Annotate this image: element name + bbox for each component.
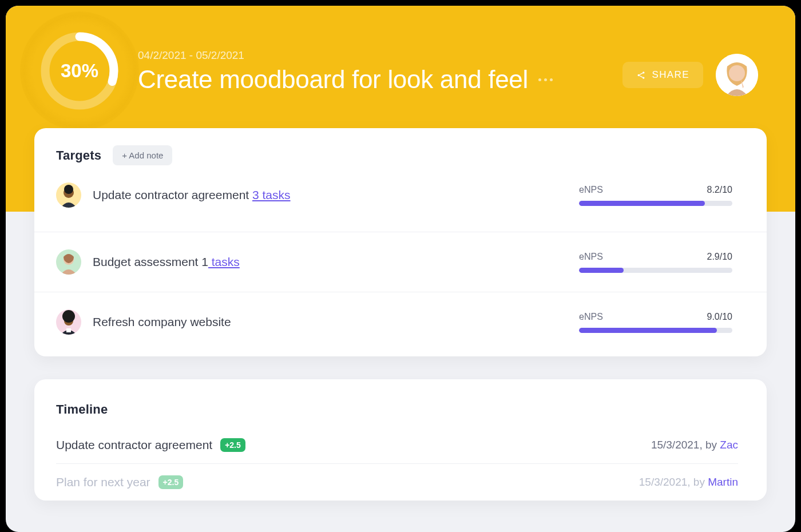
assignee-avatar bbox=[56, 249, 81, 275]
svg-rect-14 bbox=[66, 328, 71, 332]
timeline-row[interactable]: Update contractor agreement +2.5 15/3/20… bbox=[56, 426, 738, 463]
title-row: Create moodboard for look and feel bbox=[138, 65, 622, 94]
target-row[interactable]: Budget assessment 1 tasks eNPS 2.9/10 bbox=[34, 232, 767, 292]
metric-label: eNPS bbox=[579, 185, 603, 195]
metric-value: 9.0/10 bbox=[707, 312, 732, 322]
header: 30% 04/2/2021 - 05/2/2021 Create moodboa… bbox=[6, 6, 795, 113]
timeline-label: Update contractor agreement +2.5 bbox=[56, 438, 651, 452]
add-note-button[interactable]: + Add note bbox=[113, 145, 172, 165]
target-label: Budget assessment 1 tasks bbox=[93, 255, 579, 269]
avatar-image bbox=[56, 249, 81, 275]
metric-value: 8.2/10 bbox=[707, 185, 732, 195]
metric-progress-bar bbox=[579, 268, 732, 273]
timeline-header: Timeline bbox=[56, 402, 738, 417]
user-avatar[interactable] bbox=[716, 54, 758, 96]
target-label: Refresh company website bbox=[93, 315, 579, 329]
timeline-author[interactable]: Martin bbox=[708, 476, 738, 488]
header-actions: SHARE bbox=[622, 29, 758, 96]
timeline-label: Plan for next year +2.5 bbox=[56, 475, 639, 489]
timeline-row[interactable]: Plan for next year +2.5 15/3/2021, by Ma… bbox=[56, 463, 738, 501]
avatar-image bbox=[56, 309, 81, 335]
metric-progress-bar bbox=[579, 328, 732, 333]
assignee-avatar bbox=[56, 309, 81, 335]
target-metric: eNPS 9.0/10 bbox=[579, 312, 732, 333]
avatar-image bbox=[716, 54, 758, 96]
timeline-by-text: , by bbox=[699, 439, 720, 451]
more-options-icon[interactable] bbox=[538, 78, 553, 81]
target-tasks-link[interactable]: tasks bbox=[208, 255, 240, 268]
target-row[interactable]: Update contractor agreement 3 tasks eNPS… bbox=[34, 176, 767, 232]
progress-ring: 30% bbox=[37, 29, 122, 113]
svg-point-8 bbox=[729, 65, 745, 81]
timeline-meta: 15/3/2021, by Martin bbox=[639, 476, 738, 489]
timeline-meta: 15/3/2021, by Zac bbox=[651, 439, 738, 451]
date-range: 04/2/2021 - 05/2/2021 bbox=[138, 49, 622, 62]
target-label: Update contractor agreement 3 tasks bbox=[93, 188, 579, 202]
target-metric: eNPS 8.2/10 bbox=[579, 185, 732, 206]
delta-badge: +2.5 bbox=[158, 475, 184, 489]
title-block: 04/2/2021 - 05/2/2021 Create moodboard f… bbox=[138, 29, 622, 94]
metric-value: 2.9/10 bbox=[707, 252, 732, 262]
metric-progress-fill bbox=[579, 268, 624, 273]
progress-percent-text: 30% bbox=[61, 60, 98, 82]
svg-line-6 bbox=[640, 76, 643, 77]
target-metric: eNPS 2.9/10 bbox=[579, 252, 732, 273]
targets-card: Targets + Add note Update contractor agr… bbox=[34, 128, 767, 356]
share-icon bbox=[636, 70, 646, 80]
metric-progress-bar bbox=[579, 201, 732, 206]
share-button-label: SHARE bbox=[652, 69, 689, 81]
assignee-avatar bbox=[56, 182, 81, 208]
app-frame: 30% 04/2/2021 - 05/2/2021 Create moodboa… bbox=[6, 6, 795, 532]
timeline-title: Timeline bbox=[56, 402, 738, 417]
svg-point-10 bbox=[64, 185, 73, 194]
target-row[interactable]: Refresh company website eNPS 9.0/10 bbox=[34, 292, 767, 356]
target-text: Update contractor agreement bbox=[93, 188, 252, 201]
delta-badge: +2.5 bbox=[220, 438, 245, 452]
svg-point-13 bbox=[62, 310, 75, 323]
timeline-by-text: , by bbox=[687, 476, 708, 488]
avatar-image bbox=[56, 182, 81, 208]
metric-progress-fill bbox=[579, 201, 705, 206]
timeline-date: 15/3/2021 bbox=[651, 439, 700, 451]
targets-title: Targets bbox=[56, 148, 101, 163]
target-text: Budget assessment 1 bbox=[93, 255, 208, 268]
timeline-date: 15/3/2021 bbox=[639, 476, 688, 488]
timeline-card: Timeline Update contractor agreement +2.… bbox=[34, 379, 767, 501]
timeline-item-text: Update contractor agreement bbox=[56, 438, 212, 452]
target-text: Refresh company website bbox=[93, 315, 231, 328]
timeline-author[interactable]: Zac bbox=[720, 439, 738, 451]
metric-label: eNPS bbox=[579, 252, 603, 262]
page-title: Create moodboard for look and feel bbox=[138, 65, 528, 94]
metric-label: eNPS bbox=[579, 312, 603, 322]
timeline-item-text: Plan for next year bbox=[56, 475, 150, 489]
metric-progress-fill bbox=[579, 328, 717, 333]
share-button[interactable]: SHARE bbox=[622, 62, 703, 88]
svg-line-5 bbox=[640, 73, 643, 74]
target-tasks-link[interactable]: 3 tasks bbox=[252, 188, 291, 201]
targets-header: Targets + Add note bbox=[34, 128, 767, 176]
